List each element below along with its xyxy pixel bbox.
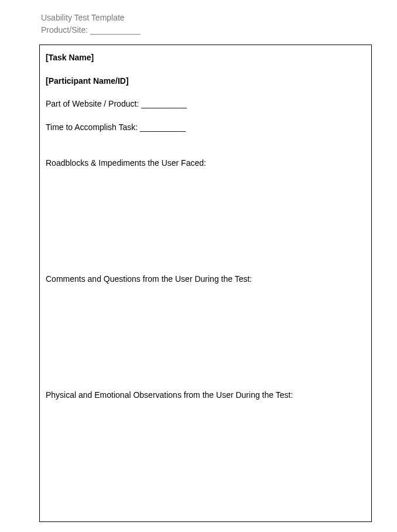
participant-field: [Participant Name/ID] — [46, 76, 365, 87]
template-title: Usability Test Template — [41, 12, 397, 24]
document-header: Usability Test Template Product/Site: __… — [0, 12, 397, 36]
form-container: [Task Name] [Participant Name/ID] Part o… — [39, 45, 372, 522]
observations-field: Physical and Emotional Observations from… — [46, 390, 365, 401]
part-website-field: Part of Website / Product: __________ — [46, 98, 365, 110]
roadblocks-field: Roadblocks & Impediments the User Faced: — [46, 158, 365, 169]
time-task-field: Time to Accomplish Task: __________ — [46, 122, 365, 134]
task-name-field: [Task Name] — [46, 52, 365, 64]
product-site-label: Product/Site: ___________ — [41, 24, 397, 36]
comments-field: Comments and Questions from the User Dur… — [46, 274, 365, 285]
